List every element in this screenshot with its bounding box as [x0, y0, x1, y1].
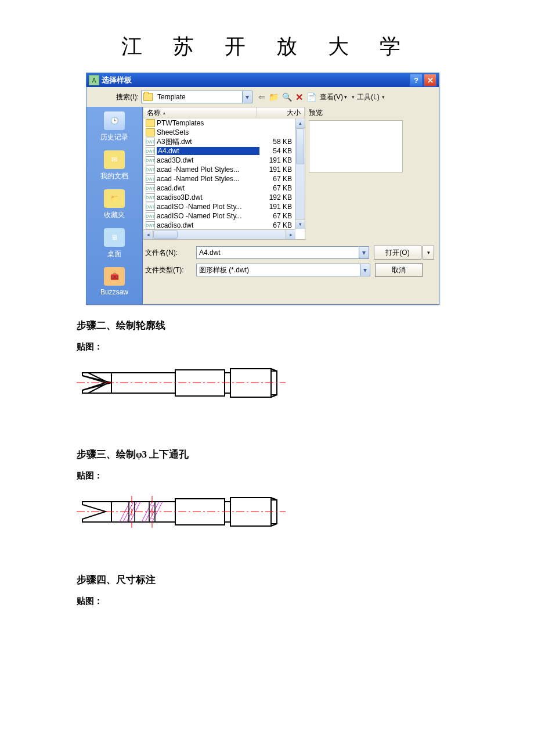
close-button[interactable]: ✕: [424, 74, 436, 87]
chevron-down-icon[interactable]: ▾: [242, 91, 252, 103]
file-name: acadiso.dwt: [157, 221, 259, 229]
search-icon[interactable]: 🔍: [282, 92, 292, 102]
drawing-step2: [77, 358, 534, 430]
file-row[interactable]: DWTacad.dwt67 KB: [143, 183, 305, 193]
file-name: acadISO -Named Plot Sty...: [157, 212, 259, 220]
place-buzzsaw[interactable]: 🧰 Buzzsaw: [86, 267, 142, 296]
scroll-up-icon[interactable]: ▴: [295, 118, 305, 128]
hscroll-thumb[interactable]: [153, 231, 178, 239]
dwt-file-icon: DWT: [146, 203, 155, 211]
file-name: acadiso3D.dwt: [157, 193, 259, 201]
file-row[interactable]: DWTacadISO -Named Plot Sty...191 KB: [143, 202, 305, 211]
help-button[interactable]: ?: [410, 74, 423, 87]
delete-icon[interactable]: ✕: [295, 92, 303, 103]
place-label: 历史记录: [86, 132, 142, 142]
place-label: 我的文档: [86, 171, 142, 181]
template-dialog: A 选择样板 ? ✕ 搜索(I): Template ▾ ⇐ 📁 🔍 ✕ 📄: [86, 73, 439, 305]
place-favorites[interactable]: 📁 收藏夹: [86, 189, 142, 220]
file-name: A4.dwt: [157, 147, 259, 155]
file-row[interactable]: DWTacadiso.dwt67 KB: [143, 221, 305, 230]
place-desktop[interactable]: 🖥 桌面: [86, 228, 142, 259]
scroll-left-icon[interactable]: ◂: [143, 230, 153, 239]
open-dropdown-button[interactable]: ▾: [423, 246, 434, 260]
dwt-file-icon: DWT: [146, 212, 155, 220]
dwt-file-icon: DWT: [146, 221, 155, 229]
toolbar-icons: ⇐ 📁 🔍 ✕ 📄: [258, 92, 316, 103]
filename-value: A4.dwt: [197, 249, 359, 257]
filename-combo[interactable]: A4.dwt ▾: [196, 246, 369, 259]
dwt-file-icon: DWT: [146, 184, 155, 192]
file-row[interactable]: DWTA3图幅.dwt58 KB: [143, 137, 305, 146]
search-row: 搜索(I): Template ▾ ⇐ 📁 🔍 ✕ 📄 查看(V) ▾: [86, 87, 439, 107]
dwt-file-icon: DWT: [146, 175, 155, 183]
file-row[interactable]: DWTacad -Named Plot Styles...191 KB: [143, 165, 305, 174]
column-name[interactable]: 名称▴: [143, 107, 257, 118]
preview-label: 预览: [309, 108, 434, 118]
paste-label: 贴图：: [77, 470, 457, 481]
history-icon: 🕒: [104, 111, 125, 130]
buzzsaw-icon: 🧰: [104, 267, 125, 286]
tool-dropdown[interactable]: ▾ 工具(L) ▾: [351, 92, 386, 102]
scroll-thumb[interactable]: [296, 128, 304, 164]
dwt-file-icon: DWT: [146, 156, 155, 164]
app-icon: A: [89, 75, 99, 85]
file-row[interactable]: SheetSets: [143, 128, 305, 137]
step4-heading: 步骤四、尺寸标注: [77, 573, 457, 586]
favorites-icon: 📁: [104, 189, 125, 208]
up-folder-icon[interactable]: 📁: [269, 92, 279, 102]
dwt-file-icon: DWT: [146, 138, 155, 146]
cancel-button[interactable]: 取消: [375, 263, 423, 277]
step2-heading: 步骤二、绘制轮廓线: [77, 319, 457, 332]
file-row[interactable]: PTWTemplates: [143, 118, 305, 128]
documents-icon: ✉: [104, 150, 125, 169]
search-label: 搜索(I):: [86, 92, 141, 102]
file-name: A3图幅.dwt: [157, 137, 259, 147]
drawing-step3: [77, 487, 534, 559]
folder-icon: [146, 119, 155, 127]
page-title: 江 苏 开 放 大 学: [0, 33, 534, 61]
filetype-combo[interactable]: 图形样板 (*.dwt) ▾: [196, 264, 370, 276]
file-name: PTWTemplates: [157, 119, 259, 127]
place-label: 桌面: [86, 249, 142, 259]
vertical-scrollbar[interactable]: ▴ ▾: [295, 118, 305, 229]
filetype-value: 图形样板 (*.dwt): [197, 265, 360, 275]
dwt-file-icon: DWT: [146, 147, 155, 155]
file-name: acadISO -Named Plot Sty...: [157, 203, 259, 211]
view-dropdown[interactable]: 查看(V) ▾: [320, 92, 347, 102]
scroll-right-icon[interactable]: ▸: [286, 230, 295, 239]
file-list: 名称▴ 大小 PTWTemplatesSheetSetsDWTA3图幅.dwt5…: [143, 107, 305, 240]
places-bar: 🕒 历史记录 ✉ 我的文档 📁 收藏夹 🖥 桌面: [86, 107, 143, 304]
file-name: acad.dwt: [157, 184, 259, 192]
file-name: acad -Named Plot Styles...: [157, 165, 259, 174]
file-name: acad -Named Plot Styles...: [157, 175, 259, 183]
dialog-title: 选择样板: [102, 75, 409, 85]
file-row[interactable]: DWTacadiso3D.dwt192 KB: [143, 193, 305, 202]
desktop-icon: 🖥: [104, 228, 125, 247]
file-row[interactable]: DWTA4.dwt54 KB: [143, 146, 305, 156]
open-button[interactable]: 打开(O): [374, 246, 421, 260]
place-label: 收藏夹: [86, 210, 142, 220]
paste-label: 贴图：: [77, 341, 457, 352]
folder-icon: [146, 128, 155, 136]
dwt-file-icon: DWT: [146, 165, 155, 174]
preview-box: [309, 120, 403, 172]
horizontal-scrollbar[interactable]: ◂ ▸: [143, 229, 295, 239]
chevron-down-icon[interactable]: ▾: [360, 264, 370, 276]
chevron-down-icon[interactable]: ▾: [359, 247, 369, 258]
filetype-label: 文件类型(T):: [144, 265, 193, 275]
place-history[interactable]: 🕒 历史记录: [86, 111, 142, 142]
column-size[interactable]: 大小: [257, 107, 305, 118]
file-name: acad3D.dwt: [157, 156, 259, 164]
filename-label: 文件名(N):: [144, 248, 193, 258]
file-name: SheetSets: [157, 128, 259, 136]
file-row[interactable]: DWTacad -Named Plot Styles...67 KB: [143, 174, 305, 183]
title-bar: A 选择样板 ? ✕: [86, 73, 439, 87]
search-folder-name: Template: [155, 93, 242, 101]
file-row[interactable]: DWTacad3D.dwt191 KB: [143, 156, 305, 165]
back-icon[interactable]: ⇐: [258, 92, 265, 102]
scroll-down-icon[interactable]: ▾: [295, 219, 305, 229]
search-combo[interactable]: Template ▾: [141, 91, 252, 103]
new-folder-icon[interactable]: 📄: [306, 92, 316, 102]
file-row[interactable]: DWTacadISO -Named Plot Sty...67 KB: [143, 211, 305, 221]
place-documents[interactable]: ✉ 我的文档: [86, 150, 142, 181]
